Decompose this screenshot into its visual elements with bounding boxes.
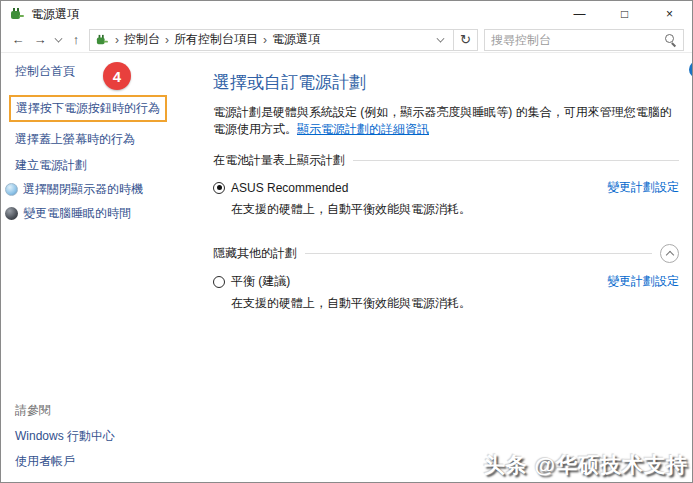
crumb-separator: › [165,33,169,47]
sidebar-item-change-sleep-time[interactable]: 變更電腦睡眠的時間 [23,205,131,222]
minimize-button[interactable]: — [557,1,602,27]
plan-row: ASUS Recommended 變更計劃設定 [213,179,679,196]
display-icon [5,183,18,196]
address-dropdown[interactable] [433,30,447,50]
power-options-icon [9,6,25,22]
section-additional-plans: 隱藏其他的計劃 平衡 (建議) 變更計劃設定 在支援的硬體上，自動平衡效能與電源… [213,244,679,312]
sidebar-item-user-accounts[interactable]: 使用者帳戶 [15,453,115,470]
intro-text: 電源計劃是硬體與系統設定 (例如，顯示器亮度與睡眠等) 的集合，可用來管理您電腦… [213,104,679,138]
section-battery-meter-plans: 在電池計量表上顯示計劃 ASUS Recommended 變更計劃設定 在支援的… [213,152,679,218]
change-plan-settings-link[interactable]: 變更計劃設定 [607,273,679,290]
sidebar-row: 選擇關閉顯示器的時機 [5,181,197,198]
chevron-down-icon [436,34,444,42]
maximize-button[interactable]: □ [602,1,647,27]
search-input[interactable] [491,33,663,47]
forward-button[interactable]: → [29,29,51,51]
divider [305,253,652,254]
breadcrumb-control-panel[interactable]: 控制台 [124,31,160,48]
power-options-icon [95,33,109,47]
search-icon [663,33,677,47]
crumb-separator: › [115,33,119,47]
sidebar-item-create-power-plan[interactable]: 建立電源計劃 [15,157,197,174]
change-plan-settings-link[interactable]: 變更計劃設定 [607,179,679,196]
step-badge: 4 [103,62,131,90]
see-also-header: 請參閱 [15,402,115,419]
breadcrumb-all-items[interactable]: 所有控制台項目 [174,31,258,48]
main-content: ? 選擇或自訂電源計劃 電源計劃是硬體與系統設定 (例如，顯示器亮度與睡眠等) … [197,53,693,482]
crumb-separator: › [263,33,267,47]
plan-name: ASUS Recommended [231,181,348,195]
up-button[interactable]: ↑ [65,29,87,51]
collapse-button[interactable] [660,244,679,263]
sleep-icon [5,207,18,220]
breadcrumb-power-options[interactable]: 電源選項 [272,31,320,48]
recent-pages-dropdown[interactable] [51,30,65,50]
section-label: 在電池計量表上顯示計劃 [213,152,345,169]
sidebar-row: 變更電腦睡眠的時間 [5,205,197,222]
plan-description: 在支援的硬體上，自動平衡效能與電源消耗。 [231,295,679,312]
address-bar: ← → ↑ › 控制台 › 所有控制台項目 › 電源選項 ↻ [1,27,692,53]
chevron-up-icon [665,251,673,259]
power-options-window: 電源選項 — □ × ← → ↑ › 控制台 › 所有控制台項目 › 電源選項 … [0,0,693,483]
title-bar: 電源選項 — □ × [1,1,692,27]
plan-name: 平衡 (建議) [231,273,290,290]
divider [353,160,679,161]
sidebar-item-choose-lid-close-behavior[interactable]: 選擇蓋上螢幕時的行為 [15,131,197,148]
section-label: 隱藏其他的計劃 [213,245,297,262]
chevron-down-icon [54,34,62,42]
plan-row: 平衡 (建議) 變更計劃設定 [213,273,679,290]
window-body: 4 控制台首頁 選擇按下電源按鈕時的行為 選擇蓋上螢幕時的行為 建立電源計劃 選… [1,53,692,482]
section-header: 在電池計量表上顯示計劃 [213,152,679,169]
radio-balanced[interactable] [213,276,225,288]
sidebar-item-windows-mobility-center[interactable]: Windows 行動中心 [15,428,115,445]
window-title: 電源選項 [31,6,79,23]
sidebar-item-choose-power-button-behavior[interactable]: 選擇按下電源按鈕時的行為 [16,101,160,115]
see-also-section: 請參閱 Windows 行動中心 使用者帳戶 [15,402,115,470]
section-header: 隱藏其他的計劃 [213,244,679,263]
refresh-button[interactable]: ↻ [454,29,478,51]
window-controls: — □ × [557,1,692,27]
help-icon[interactable]: ? [689,61,693,78]
sidebar: 4 控制台首頁 選擇按下電源按鈕時的行為 選擇蓋上螢幕時的行為 建立電源計劃 選… [1,53,197,482]
back-button[interactable]: ← [7,29,29,51]
search-box[interactable] [484,29,684,51]
plan-details-link[interactable]: 顯示電源計劃的詳細資訊 [297,122,429,136]
breadcrumb[interactable]: › 控制台 › 所有控制台項目 › 電源選項 [89,29,454,51]
highlight-box: 選擇按下電源按鈕時的行為 [9,95,167,122]
plan-description: 在支援的硬體上，自動平衡效能與電源消耗。 [231,201,679,218]
intro-body: 電源計劃是硬體與系統設定 (例如，顯示器亮度與睡眠等) 的集合，可用來管理您電腦… [213,105,672,136]
sidebar-item-choose-display-off-time[interactable]: 選擇關閉顯示器的時機 [23,181,143,198]
close-button[interactable]: × [647,1,692,27]
radio-asus-recommended[interactable] [213,182,225,194]
page-title: 選擇或自訂電源計劃 [213,71,679,94]
